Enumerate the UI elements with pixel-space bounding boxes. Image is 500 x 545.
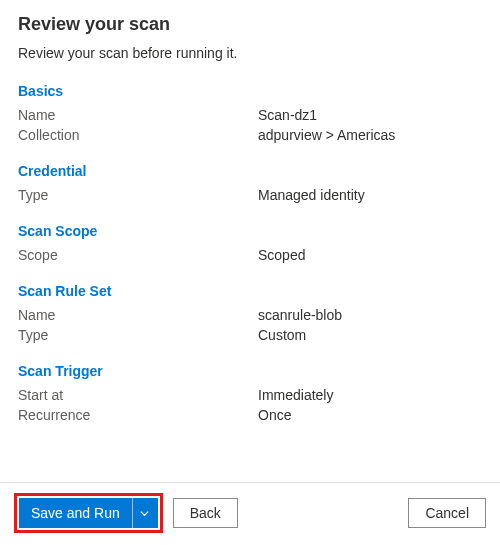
- chevron-down-icon: [139, 508, 150, 519]
- label-trigger-start: Start at: [18, 387, 258, 403]
- value-credential-type: Managed identity: [258, 187, 365, 203]
- back-button[interactable]: Back: [173, 498, 238, 528]
- page-title: Review your scan: [18, 14, 482, 35]
- row-ruleset-name: Name scanrule-blob: [18, 305, 482, 325]
- section-ruleset: Scan Rule Set Name scanrule-blob Type Cu…: [18, 283, 482, 345]
- section-heading-ruleset: Scan Rule Set: [18, 283, 482, 299]
- row-trigger-recurrence: Recurrence Once: [18, 405, 482, 425]
- label-ruleset-type: Type: [18, 327, 258, 343]
- row-basics-collection: Collection adpurview > Americas: [18, 125, 482, 145]
- highlight-box: Save and Run: [14, 493, 163, 533]
- row-trigger-start: Start at Immediately: [18, 385, 482, 405]
- label-ruleset-name: Name: [18, 307, 258, 323]
- label-basics-name: Name: [18, 107, 258, 123]
- value-basics-collection: adpurview > Americas: [258, 127, 395, 143]
- value-ruleset-name: scanrule-blob: [258, 307, 342, 323]
- value-scope: Scoped: [258, 247, 305, 263]
- row-credential-type: Type Managed identity: [18, 185, 482, 205]
- value-ruleset-type: Custom: [258, 327, 306, 343]
- section-heading-scope: Scan Scope: [18, 223, 482, 239]
- save-and-run-label: Save and Run: [19, 498, 132, 528]
- save-and-run-dropdown[interactable]: [132, 498, 158, 528]
- value-trigger-start: Immediately: [258, 387, 333, 403]
- page-subtitle: Review your scan before running it.: [18, 45, 482, 61]
- label-basics-collection: Collection: [18, 127, 258, 143]
- section-scope: Scan Scope Scope Scoped: [18, 223, 482, 265]
- row-scope: Scope Scoped: [18, 245, 482, 265]
- label-trigger-recurrence: Recurrence: [18, 407, 258, 423]
- value-basics-name: Scan-dz1: [258, 107, 317, 123]
- cancel-button[interactable]: Cancel: [408, 498, 486, 528]
- save-and-run-button[interactable]: Save and Run: [19, 498, 158, 528]
- section-trigger: Scan Trigger Start at Immediately Recurr…: [18, 363, 482, 425]
- section-heading-credential: Credential: [18, 163, 482, 179]
- value-trigger-recurrence: Once: [258, 407, 291, 423]
- label-credential-type: Type: [18, 187, 258, 203]
- row-basics-name: Name Scan-dz1: [18, 105, 482, 125]
- row-ruleset-type: Type Custom: [18, 325, 482, 345]
- section-credential: Credential Type Managed identity: [18, 163, 482, 205]
- section-basics: Basics Name Scan-dz1 Collection adpurvie…: [18, 83, 482, 145]
- footer-bar: Save and Run Back Cancel: [0, 482, 500, 545]
- section-heading-trigger: Scan Trigger: [18, 363, 482, 379]
- label-scope: Scope: [18, 247, 258, 263]
- section-heading-basics: Basics: [18, 83, 482, 99]
